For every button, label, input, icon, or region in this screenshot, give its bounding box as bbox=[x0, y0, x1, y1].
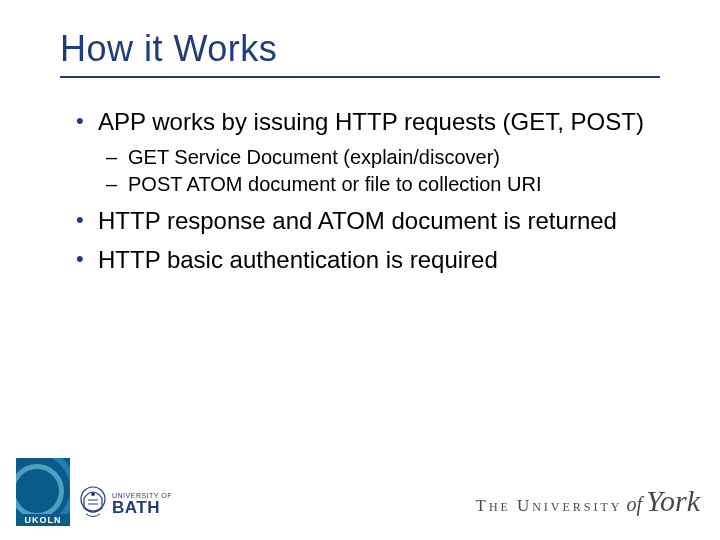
footer-logos: UKOLN UNIVERSITY OF BATH bbox=[16, 456, 700, 526]
bullet-text: APP works by issuing HTTP requests (GET,… bbox=[98, 108, 644, 135]
york-the-text: The bbox=[476, 496, 511, 516]
bullet-list: APP works by issuing HTTP requests (GET,… bbox=[72, 108, 660, 274]
york-of-text: of bbox=[627, 493, 643, 516]
ukoln-logo: UKOLN bbox=[16, 458, 70, 526]
sub-bullet-text: POST ATOM document or file to collection… bbox=[128, 173, 542, 195]
title-underline bbox=[60, 76, 660, 78]
bath-text: UNIVERSITY OF BATH bbox=[112, 492, 172, 516]
slide: How it Works APP works by issuing HTTP r… bbox=[0, 0, 720, 540]
sub-bullet-item: GET Service Document (explain/discover) bbox=[98, 145, 660, 170]
slide-content: APP works by issuing HTTP requests (GET,… bbox=[60, 108, 660, 274]
york-university-text: University bbox=[517, 496, 623, 516]
ukoln-swirl-icon bbox=[16, 458, 70, 514]
bullet-item: HTTP basic authentication is required bbox=[72, 246, 660, 275]
bath-crest-icon bbox=[78, 486, 108, 522]
left-logo-group: UKOLN UNIVERSITY OF BATH bbox=[16, 458, 172, 526]
sub-bullet-list: GET Service Document (explain/discover) … bbox=[98, 145, 660, 197]
sub-bullet-item: POST ATOM document or file to collection… bbox=[98, 172, 660, 197]
ukoln-label: UKOLN bbox=[16, 514, 70, 526]
svg-point-1 bbox=[91, 492, 95, 496]
york-logo: The University of York bbox=[476, 484, 700, 526]
bullet-item: APP works by issuing HTTP requests (GET,… bbox=[72, 108, 660, 197]
bath-logo: UNIVERSITY OF BATH bbox=[78, 486, 172, 526]
bullet-text: HTTP response and ATOM document is retur… bbox=[98, 207, 617, 234]
bath-big-text: BATH bbox=[112, 499, 172, 516]
sub-bullet-text: GET Service Document (explain/discover) bbox=[128, 146, 500, 168]
slide-title: How it Works bbox=[60, 28, 660, 70]
bullet-item: HTTP response and ATOM document is retur… bbox=[72, 207, 660, 236]
york-york-text: York bbox=[646, 484, 700, 518]
bullet-text: HTTP basic authentication is required bbox=[98, 246, 498, 273]
